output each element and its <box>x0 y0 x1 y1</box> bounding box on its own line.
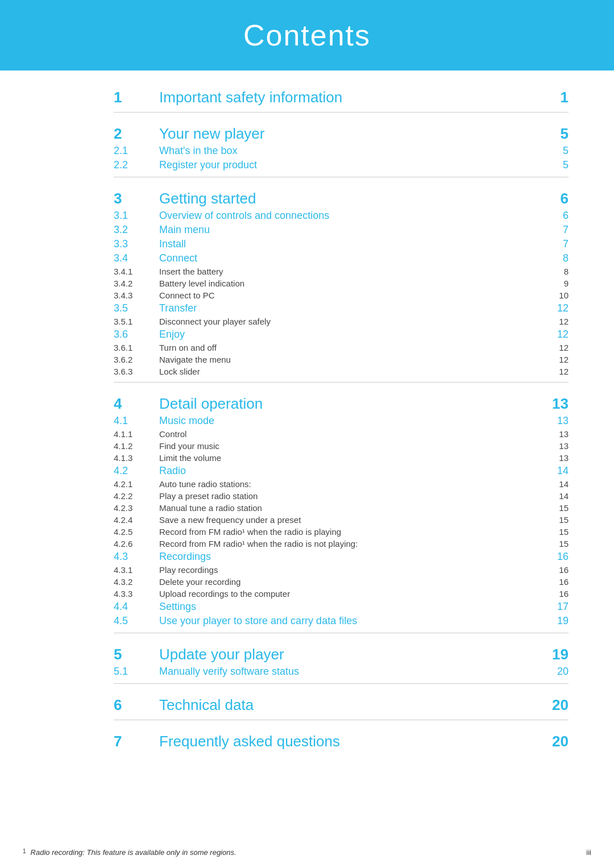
toc-item-4.1[interactable]: 4.1Music mode13 <box>114 414 569 428</box>
toc-page-4.2.4: 15 <box>546 515 569 525</box>
toc-num-4.2: 4.2 <box>114 465 159 477</box>
toc-item-1[interactable]: 1Important safety information1 <box>114 88 569 107</box>
toc-item-4.2.2[interactable]: 4.2.2Play a preset radio station14 <box>114 490 569 502</box>
toc-label-4.2.4: Save a new frequency under a preset <box>159 515 546 525</box>
toc-page-4.1.3: 13 <box>546 453 569 463</box>
toc-item-4.2.4[interactable]: 4.2.4Save a new frequency under a preset… <box>114 514 569 526</box>
toc-num-4.1.1: 4.1.1 <box>114 429 159 439</box>
toc-item-4.2[interactable]: 4.2Radio14 <box>114 464 569 478</box>
toc-num-3.2: 3.2 <box>114 224 159 236</box>
toc-item-3.4.3[interactable]: 3.4.3Connect to PC10 <box>114 289 569 301</box>
toc-label-3.6: Enjoy <box>159 329 546 340</box>
toc-label-3.5: Transfer <box>159 302 546 314</box>
toc-page-3.4.3: 10 <box>546 290 569 300</box>
toc-num-4.4: 4.4 <box>114 601 159 613</box>
toc-num-5: 5 <box>114 646 159 663</box>
toc-page-7: 20 <box>546 733 569 750</box>
toc-num-1: 1 <box>114 89 159 106</box>
toc-num-4.2.2: 4.2.2 <box>114 491 159 501</box>
toc-item-3.3[interactable]: 3.3Install7 <box>114 237 569 251</box>
toc-item-3.6[interactable]: 3.6Enjoy12 <box>114 327 569 342</box>
toc-page-3.6: 12 <box>546 329 569 340</box>
toc-num-7: 7 <box>114 733 159 750</box>
toc-item-3[interactable]: 3Getting started6 <box>114 189 569 209</box>
toc-item-4.1.3[interactable]: 4.1.3Limit the volume13 <box>114 452 569 464</box>
toc-item-3.4[interactable]: 3.4Connect8 <box>114 251 569 265</box>
toc-item-3.4.1[interactable]: 3.4.1Insert the battery8 <box>114 265 569 277</box>
toc-item-5[interactable]: 5Update your player19 <box>114 645 569 665</box>
toc-page-3.1: 6 <box>546 210 569 222</box>
toc-label-3.4.1: Insert the battery <box>159 267 546 276</box>
toc-label-4.2.5: Record from FM radio¹ when the radio is … <box>159 527 546 537</box>
toc-item-2.1[interactable]: 2.1What's in the box5 <box>114 144 569 158</box>
toc-num-4.2.4: 4.2.4 <box>114 515 159 525</box>
toc-item-6[interactable]: 6Technical data20 <box>114 695 569 715</box>
divider-after-5.1 <box>114 683 569 684</box>
toc-item-4.5[interactable]: 4.5Use your player to store and carry da… <box>114 614 569 628</box>
toc-item-4.2.3[interactable]: 4.2.3Manual tune a radio station15 <box>114 502 569 514</box>
toc-label-4: Detail operation <box>159 395 546 413</box>
toc-label-4.5: Use your player to store and carry data … <box>159 615 546 627</box>
toc-label-3.4.3: Connect to PC <box>159 290 546 300</box>
divider-after-4.5 <box>114 633 569 633</box>
toc-item-3.5.1[interactable]: 3.5.1Disconnect your player safely12 <box>114 315 569 327</box>
toc-page-3.6.2: 12 <box>546 355 569 364</box>
toc-label-3.6.2: Navigate the menu <box>159 355 546 364</box>
toc-label-4.2.1: Auto tune radio stations: <box>159 479 546 489</box>
toc-page-4.2.1: 14 <box>546 479 569 489</box>
toc-item-3.2[interactable]: 3.2Main menu7 <box>114 223 569 237</box>
toc-item-2.2[interactable]: 2.2Register your product5 <box>114 158 569 172</box>
toc-label-1: Important safety information <box>159 89 546 106</box>
toc-item-4.2.6[interactable]: 4.2.6Record from FM radio¹ when the radi… <box>114 538 569 550</box>
toc-page-3.5: 12 <box>546 302 569 314</box>
toc-item-4.2.5[interactable]: 4.2.5Record from FM radio¹ when the radi… <box>114 526 569 538</box>
footnote-number: 1 <box>23 848 26 854</box>
toc-page-2: 5 <box>546 125 569 143</box>
toc-num-3.6.1: 3.6.1 <box>114 343 159 352</box>
toc-item-2[interactable]: 2Your new player5 <box>114 124 569 144</box>
toc-item-3.5[interactable]: 3.5Transfer12 <box>114 301 569 315</box>
toc-item-3.1[interactable]: 3.1Overview of controls and connections6 <box>114 209 569 223</box>
divider-after-1 <box>114 112 569 113</box>
toc-label-4.1.1: Control <box>159 429 546 439</box>
toc-item-7[interactable]: 7Frequently asked questions20 <box>114 732 569 751</box>
toc-item-4.1.1[interactable]: 4.1.1Control13 <box>114 428 569 440</box>
toc-page-3: 6 <box>546 190 569 207</box>
toc-page-4.3.2: 16 <box>546 577 569 587</box>
toc-item-4.3.3[interactable]: 4.3.3Upload recordings to the computer16 <box>114 588 569 600</box>
toc-num-3.4.1: 3.4.1 <box>114 267 159 276</box>
toc-item-5.1[interactable]: 5.1Manually verify software status20 <box>114 665 569 679</box>
toc-label-3: Getting started <box>159 190 546 207</box>
toc-num-3.6.3: 3.6.3 <box>114 367 159 376</box>
toc-item-4.3[interactable]: 4.3Recordings16 <box>114 550 569 564</box>
divider-after-6 <box>114 720 569 720</box>
toc-page-4.2.2: 14 <box>546 491 569 501</box>
toc-item-3.6.2[interactable]: 3.6.2Navigate the menu12 <box>114 354 569 366</box>
toc-item-4.3.1[interactable]: 4.3.1Play recordings16 <box>114 564 569 576</box>
toc-item-4.2.1[interactable]: 4.2.1Auto tune radio stations:14 <box>114 478 569 490</box>
toc-page-4.5: 19 <box>546 615 569 627</box>
toc-num-4.3: 4.3 <box>114 551 159 563</box>
page-footer: 1 Radio recording: This feature is avail… <box>23 848 591 857</box>
toc-num-3.1: 3.1 <box>114 210 159 222</box>
toc-page-3.4.2: 9 <box>546 279 569 288</box>
toc-page-4.4: 17 <box>546 601 569 613</box>
toc-label-4.1.2: Find your music <box>159 441 546 451</box>
toc-item-4.3.2[interactable]: 4.3.2Delete your recording16 <box>114 576 569 588</box>
toc-item-3.6.3[interactable]: 3.6.3Lock slider12 <box>114 366 569 377</box>
toc-num-4.2.3: 4.2.3 <box>114 503 159 513</box>
toc-num-4: 4 <box>114 395 159 413</box>
toc-item-4.4[interactable]: 4.4Settings17 <box>114 600 569 614</box>
toc-label-3.3: Install <box>159 238 546 250</box>
toc-num-6: 6 <box>114 696 159 714</box>
toc-item-4[interactable]: 4Detail operation13 <box>114 394 569 414</box>
toc-page-4.3.3: 16 <box>546 589 569 599</box>
toc-page-3.4: 8 <box>546 252 569 264</box>
toc-page-5: 19 <box>546 646 569 663</box>
toc-label-4.2.2: Play a preset radio station <box>159 491 546 501</box>
toc-item-4.1.2[interactable]: 4.1.2Find your music13 <box>114 440 569 452</box>
toc-label-3.1: Overview of controls and connections <box>159 210 546 222</box>
toc-item-3.4.2[interactable]: 3.4.2Battery level indication9 <box>114 277 569 289</box>
toc-item-3.6.1[interactable]: 3.6.1Turn on and off12 <box>114 342 569 354</box>
toc-num-4.1: 4.1 <box>114 415 159 427</box>
